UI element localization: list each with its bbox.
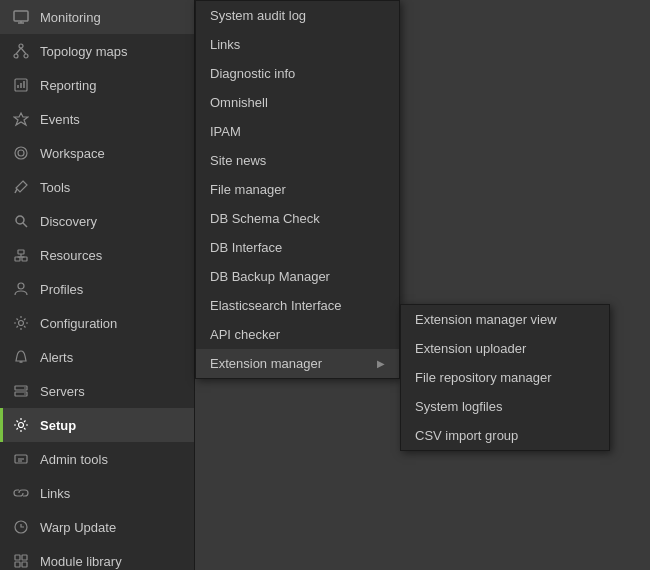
links-icon	[12, 484, 30, 502]
main-content: System audit log Links Diagnostic info O…	[195, 0, 650, 570]
sidebar-label-servers: Servers	[40, 384, 85, 399]
svg-rect-0	[14, 11, 28, 21]
svg-rect-18	[15, 257, 20, 261]
svg-line-7	[21, 48, 26, 54]
sidebar-item-discovery[interactable]: Discovery	[0, 204, 194, 238]
profiles-icon	[12, 280, 30, 298]
sidebar-label-admin-tools: Admin tools	[40, 452, 108, 467]
svg-point-5	[24, 54, 28, 58]
submenu-arrow-icon: ▶	[377, 358, 385, 369]
svg-point-3	[19, 44, 23, 48]
tools-icon	[12, 178, 30, 196]
sidebar-label-profiles: Profiles	[40, 282, 83, 297]
svg-point-13	[18, 150, 24, 156]
workspace-icon	[12, 144, 30, 162]
dropdown-item-db-interface[interactable]: DB Interface	[196, 233, 399, 262]
dropdown-item-system-logfiles[interactable]: System logfiles	[401, 392, 609, 421]
dropdown-item-ipam[interactable]: IPAM	[196, 117, 399, 146]
svg-line-15	[15, 189, 17, 193]
svg-point-24	[19, 321, 24, 326]
sidebar-item-alerts[interactable]: Alerts	[0, 340, 194, 374]
sidebar-label-module-library: Module library	[40, 554, 122, 569]
dropdown-item-elasticsearch-interface[interactable]: Elasticsearch Interface	[196, 291, 399, 320]
sidebar-item-module-library[interactable]: Module library	[0, 544, 194, 570]
sidebar-item-events[interactable]: Events	[0, 102, 194, 136]
dropdown-item-db-schema-check[interactable]: DB Schema Check	[196, 204, 399, 233]
sidebar-item-resources[interactable]: Resources	[0, 238, 194, 272]
dropdown-item-system-audit-log[interactable]: System audit log	[196, 1, 399, 30]
admin-tools-icon	[12, 450, 30, 468]
dropdown-item-extension-manager[interactable]: Extension manager ▶	[196, 349, 399, 378]
sidebar-item-setup[interactable]: Setup	[0, 408, 194, 442]
sidebar-label-resources: Resources	[40, 248, 102, 263]
svg-rect-35	[15, 555, 20, 560]
sidebar-item-topology-maps[interactable]: Topology maps	[0, 34, 194, 68]
dropdown-item-extension-manager-view[interactable]: Extension manager view	[401, 305, 609, 334]
dropdown-item-db-backup-manager[interactable]: DB Backup Manager	[196, 262, 399, 291]
sidebar-label-links: Links	[40, 486, 70, 501]
monitor-icon	[12, 8, 30, 26]
svg-point-14	[15, 147, 27, 159]
svg-line-6	[16, 48, 21, 54]
sidebar-label-workspace: Workspace	[40, 146, 105, 161]
svg-rect-19	[22, 257, 27, 261]
dropdown-item-csv-import-group[interactable]: CSV import group	[401, 421, 609, 450]
dropdown-item-api-checker[interactable]: API checker	[196, 320, 399, 349]
svg-point-23	[18, 283, 24, 289]
sidebar-item-workspace[interactable]: Workspace	[0, 136, 194, 170]
resources-icon	[12, 246, 30, 264]
dropdown-item-diagnostic-info[interactable]: Diagnostic info	[196, 59, 399, 88]
svg-rect-38	[22, 562, 27, 567]
sidebar: Monitoring Topology maps Reporting Event…	[0, 0, 195, 570]
events-icon	[12, 110, 30, 128]
svg-marker-12	[14, 113, 28, 125]
sidebar-item-monitoring[interactable]: Monitoring	[0, 0, 194, 34]
dropdown-item-file-manager[interactable]: File manager	[196, 175, 399, 204]
sidebar-item-profiles[interactable]: Profiles	[0, 272, 194, 306]
sidebar-item-admin-tools[interactable]: Admin tools	[0, 442, 194, 476]
sidebar-label-topology-maps: Topology maps	[40, 44, 127, 59]
dropdown-item-links[interactable]: Links	[196, 30, 399, 59]
sidebar-label-tools: Tools	[40, 180, 70, 195]
dropdown-item-site-news[interactable]: Site news	[196, 146, 399, 175]
dropdown-item-omnishell[interactable]: Omnishell	[196, 88, 399, 117]
svg-rect-36	[22, 555, 27, 560]
servers-icon	[12, 382, 30, 400]
sidebar-label-alerts: Alerts	[40, 350, 73, 365]
sidebar-item-links[interactable]: Links	[0, 476, 194, 510]
sidebar-label-configuration: Configuration	[40, 316, 117, 331]
sidebar-label-events: Events	[40, 112, 80, 127]
svg-point-30	[19, 423, 24, 428]
dropdown-item-file-repository-manager[interactable]: File repository manager	[401, 363, 609, 392]
sidebar-item-configuration[interactable]: Configuration	[0, 306, 194, 340]
secondary-dropdown: Extension manager view Extension uploade…	[400, 304, 610, 451]
svg-rect-20	[18, 250, 24, 254]
sidebar-label-setup: Setup	[40, 418, 76, 433]
sidebar-label-warp-update: Warp Update	[40, 520, 116, 535]
svg-point-4	[14, 54, 18, 58]
topology-icon	[12, 42, 30, 60]
reporting-icon	[12, 76, 30, 94]
svg-rect-37	[15, 562, 20, 567]
warp-update-icon	[12, 518, 30, 536]
alerts-icon	[12, 348, 30, 366]
setup-icon	[12, 416, 30, 434]
configuration-icon	[12, 314, 30, 332]
sidebar-item-warp-update[interactable]: Warp Update	[0, 510, 194, 544]
svg-point-28	[24, 387, 26, 389]
primary-dropdown: System audit log Links Diagnostic info O…	[195, 0, 400, 379]
sidebar-label-discovery: Discovery	[40, 214, 97, 229]
sidebar-item-reporting[interactable]: Reporting	[0, 68, 194, 102]
module-library-icon	[12, 552, 30, 570]
svg-line-17	[23, 223, 27, 227]
sidebar-label-monitoring: Monitoring	[40, 10, 101, 25]
svg-point-29	[24, 393, 26, 395]
svg-point-16	[16, 216, 24, 224]
sidebar-item-servers[interactable]: Servers	[0, 374, 194, 408]
dropdown-item-extension-uploader[interactable]: Extension uploader	[401, 334, 609, 363]
sidebar-label-reporting: Reporting	[40, 78, 96, 93]
discovery-icon	[12, 212, 30, 230]
sidebar-item-tools[interactable]: Tools	[0, 170, 194, 204]
